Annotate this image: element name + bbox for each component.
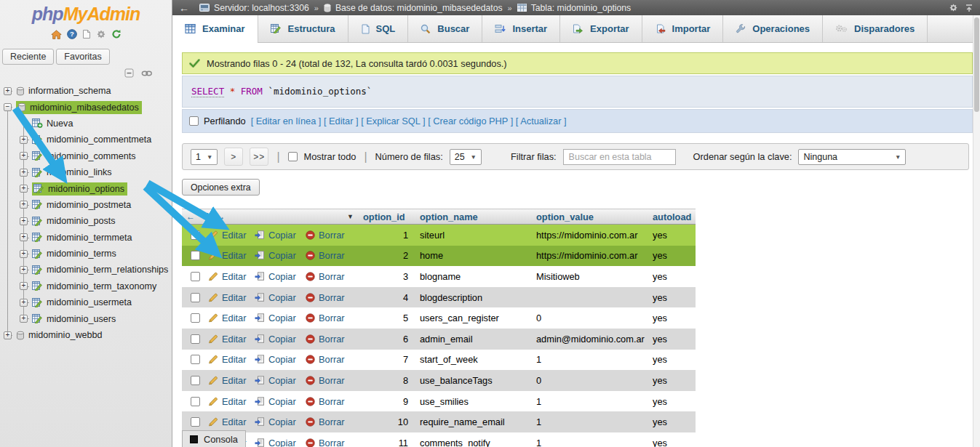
row-edit-link[interactable]: Editar [208, 313, 255, 323]
row-checkbox[interactable] [191, 293, 200, 302]
filter-input[interactable] [563, 149, 676, 165]
profiling-link-actualizar[interactable]: [ Actualizar ] [516, 116, 567, 126]
sidebar-item-midominio_comments[interactable]: +midominio_comments [0, 148, 172, 164]
last-page-button[interactable]: >> [250, 148, 268, 166]
sidebar-item-midominio_term_taxonomy[interactable]: +midominio_term_taxonomy [0, 278, 172, 294]
page-select[interactable]: 1▼ [191, 149, 218, 165]
collapse-all-icon[interactable] [124, 68, 135, 78]
row-delete-link[interactable]: Borrar [306, 396, 358, 407]
sidebar-item-midominio_posts[interactable]: +midominio_posts [0, 213, 172, 229]
tree-expander-plus[interactable]: + [4, 87, 12, 95]
sidebar-item-midominio_term_relationships[interactable]: +midominio_term_relationships [0, 262, 172, 278]
row-copy-link[interactable]: Copiar [255, 230, 306, 241]
row-edit-link[interactable]: Editar [208, 354, 255, 365]
sidebar-item-information_schema[interactable]: +information_schema [0, 83, 172, 99]
sidebar-item-midominio_options[interactable]: +midominio_options [0, 180, 172, 196]
page-settings-icon[interactable] [949, 3, 958, 12]
tree-expander-plus[interactable]: + [4, 331, 12, 339]
tree-expander-plus[interactable]: + [20, 299, 28, 307]
sidebar-item-midominio_mibasededatos[interactable]: −midominio_mibasededatos [0, 99, 172, 115]
row-checkbox[interactable] [191, 230, 200, 240]
console-button[interactable]: Consola [182, 430, 246, 447]
sidebar-item-midominio_users[interactable]: +midominio_users [0, 310, 172, 326]
row-delete-link[interactable]: Borrar [306, 438, 358, 447]
row-edit-link[interactable]: Editar [208, 250, 255, 261]
breadcrumb-server[interactable]: Servidor: localhost:3306 [199, 3, 309, 13]
log-icon[interactable] [82, 28, 91, 40]
row-copy-link[interactable]: Copiar [255, 396, 306, 407]
row-delete-link[interactable]: Borrar [306, 292, 358, 303]
profiling-link-explicar-sql[interactable]: [ Explicar SQL ] [361, 116, 425, 126]
tree-expander-plus[interactable]: + [20, 233, 28, 241]
help-icon[interactable]: ? [67, 28, 77, 40]
row-copy-link[interactable]: Copiar [255, 313, 306, 323]
extra-options-button[interactable]: Opciones extra [182, 179, 260, 196]
sort-key-select[interactable]: Ninguna▼ [798, 149, 906, 165]
row-copy-link[interactable]: Copiar [255, 354, 306, 365]
tree-expander-plus[interactable]: + [20, 201, 28, 209]
refresh-icon[interactable] [111, 28, 121, 40]
row-delete-link[interactable]: Borrar [306, 230, 358, 241]
sidebar-item-midominio_links[interactable]: +midominio_links [0, 164, 172, 180]
phpmyadmin-logo[interactable]: phpMyAdmin [0, 0, 172, 25]
profiling-link-editar-en-línea[interactable]: [ Editar en línea ] [251, 116, 322, 126]
tab-buscar[interactable]: Buscar [408, 15, 482, 42]
header-option-value[interactable]: option_value [531, 212, 648, 222]
sidebar-item-midominio_usermeta[interactable]: +midominio_usermeta [0, 294, 172, 310]
tab-disparadores[interactable]: Disparadores [823, 15, 928, 42]
row-copy-link[interactable]: Copiar [255, 292, 306, 303]
header-option-name[interactable]: option_name [415, 212, 531, 222]
vertical-scrollbar[interactable] [973, 15, 980, 447]
row-checkbox[interactable] [191, 313, 200, 323]
tree-expander-plus[interactable]: + [20, 250, 28, 258]
tree-expander-plus[interactable]: + [20, 315, 28, 323]
row-copy-link[interactable]: Copiar [255, 334, 306, 345]
row-delete-link[interactable]: Borrar [306, 375, 358, 386]
tab-insertar[interactable]: Insertar [482, 15, 560, 42]
sidebar-item-midominio_postmeta[interactable]: +midominio_postmeta [0, 197, 172, 213]
back-arrow[interactable]: ← [179, 2, 189, 14]
tab-reciente[interactable]: Reciente [2, 49, 54, 65]
row-edit-link[interactable]: Editar [208, 292, 255, 303]
row-copy-link[interactable]: Copiar [255, 375, 306, 386]
row-delete-link[interactable]: Borrar [306, 416, 358, 427]
link-panel-icon[interactable] [141, 70, 153, 77]
show-all-checkbox[interactable] [288, 152, 298, 161]
row-edit-link[interactable]: Editar [208, 416, 255, 427]
tree-expander-plus[interactable]: + [20, 152, 28, 160]
tree-expander-plus[interactable]: + [20, 185, 28, 193]
row-checkbox[interactable] [191, 272, 200, 281]
row-checkbox[interactable] [191, 334, 200, 344]
row-checkbox[interactable] [191, 397, 200, 406]
row-copy-link[interactable]: Copiar [255, 438, 306, 447]
next-page-button[interactable]: > [224, 148, 243, 166]
row-checkbox[interactable] [191, 355, 200, 364]
tree-expander-minus[interactable]: − [4, 103, 12, 111]
tree-expander-plus[interactable]: + [20, 266, 28, 274]
profiling-link-crear-código-php[interactable]: [ Crear código PHP ] [428, 116, 513, 126]
header-option-id[interactable]: option_id [358, 212, 415, 222]
tree-expander-plus[interactable]: + [20, 282, 28, 290]
row-edit-link[interactable]: Editar [208, 396, 255, 407]
rows-count-select[interactable]: 25▼ [450, 149, 482, 165]
sidebar-item-midominio_termmeta[interactable]: +midominio_termmeta [0, 230, 172, 246]
tab-estructura[interactable]: Estructura [258, 15, 348, 42]
row-edit-link[interactable]: Editar [208, 271, 255, 282]
actions-header[interactable]: ← T → [186, 212, 228, 222]
row-edit-link[interactable]: Editar [208, 375, 255, 386]
breadcrumb-table[interactable]: Tabla: midominio_options [517, 3, 632, 13]
row-edit-link[interactable]: Editar [208, 334, 255, 345]
row-checkbox[interactable] [191, 376, 200, 385]
sidebar-item-midominio_terms[interactable]: +midominio_terms [0, 246, 172, 262]
collapse-panel-icon[interactable] [965, 4, 973, 12]
row-checkbox[interactable] [191, 417, 200, 427]
tree-expander-plus[interactable]: + [20, 136, 28, 144]
settings-icon[interactable] [96, 28, 106, 40]
sort-descending-icon[interactable]: ▼ [347, 213, 354, 220]
row-copy-link[interactable]: Copiar [255, 416, 306, 427]
sidebar-item-midominio_webbd[interactable]: +midominio_webbd [0, 327, 172, 343]
row-copy-link[interactable]: Copiar [255, 271, 306, 282]
row-delete-link[interactable]: Borrar [306, 313, 358, 323]
profiling-link-editar[interactable]: [ Editar ] [324, 116, 359, 126]
tree-expander-plus[interactable]: + [20, 217, 28, 225]
